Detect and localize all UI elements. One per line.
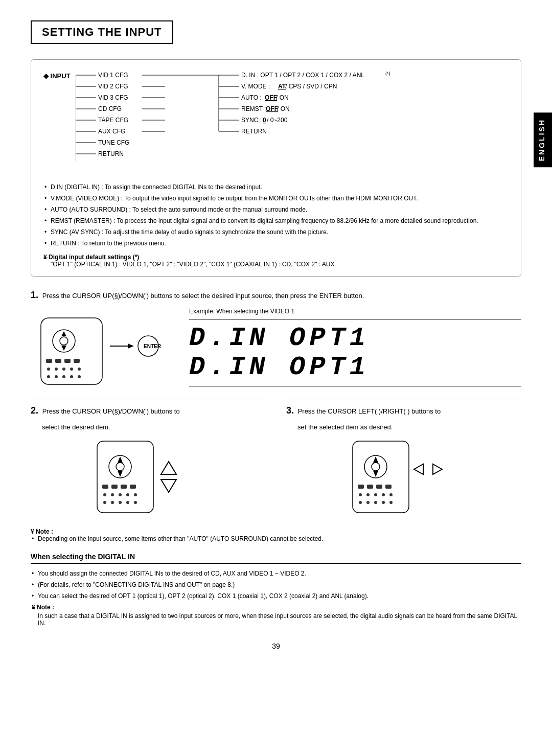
when-section-title: When selecting the DIGITAL IN [31, 553, 521, 564]
svg-text:D. IN  : OPT 1 / OPT 2 / COX 1: D. IN : OPT 1 / OPT 2 / COX 1 / COX 2 / … [241, 72, 364, 79]
when-note-text: In such a case that a DIGITAL IN is assi… [31, 612, 521, 627]
step3-description: Press the CURSOR LEFT( )/RIGHT( ) button… [298, 407, 441, 415]
svg-point-91 [372, 463, 380, 471]
step1-section: 1. Press the CURSOR UP(§)/DOWN(') button… [31, 288, 521, 390]
remote3-svg [348, 436, 460, 518]
svg-point-106 [382, 501, 385, 504]
svg-text:REMST :: REMST : [241, 105, 266, 112]
note-return: RETURN : To return to the previous menu. [43, 239, 509, 248]
svg-text:0: 0 [263, 117, 266, 124]
svg-point-61 [62, 375, 65, 378]
svg-marker-93 [373, 471, 378, 477]
svg-text:OFF: OFF [265, 94, 277, 101]
svg-text:AUTO  :: AUTO : [241, 94, 262, 101]
step3-col: 3. Press the CURSOR LEFT( )/RIGHT( ) but… [286, 399, 521, 518]
svg-point-85 [126, 501, 129, 504]
page-number: 39 [31, 642, 521, 650]
side-tab: ENGLISH [534, 112, 552, 167]
svg-point-54 [47, 368, 50, 371]
svg-point-77 [103, 493, 106, 496]
svg-rect-45 [41, 318, 102, 384]
svg-marker-49 [61, 346, 66, 351]
svg-point-100 [374, 493, 377, 496]
remote-control-svg: ENTER [36, 308, 169, 390]
note-din: D.IN (DIGITAL IN) : To assign the connec… [43, 182, 509, 192]
svg-rect-96 [376, 485, 382, 489]
svg-point-59 [47, 375, 50, 378]
page-title: SETTING THE INPUT [31, 20, 173, 44]
step3-image [286, 436, 521, 518]
svg-point-86 [134, 501, 137, 504]
step1-text: 1. Press the CURSOR UP(§)/DOWN(') button… [31, 288, 521, 303]
svg-text:/ ON: / ON [277, 105, 290, 112]
svg-point-47 [60, 337, 68, 345]
svg-point-82 [103, 501, 106, 504]
svg-rect-74 [111, 485, 118, 489]
step2-text: 2. Press the CURSOR UP(§)/DOWN(') button… [31, 403, 266, 418]
svg-point-63 [78, 375, 81, 378]
note-title: ¥ Note : [31, 528, 521, 535]
when-note-title: ¥ Note : [31, 604, 521, 611]
svg-point-60 [55, 375, 58, 378]
svg-point-56 [62, 368, 65, 371]
svg-marker-48 [61, 331, 66, 336]
svg-point-83 [111, 501, 114, 504]
display-example: Example: When selecting the VIDEO 1 D.IN… [189, 308, 521, 386]
svg-point-102 [389, 493, 393, 496]
step2-number: 2. [31, 405, 38, 416]
svg-text:/ 0~200: / 0~200 [267, 117, 288, 124]
svg-point-57 [70, 368, 73, 371]
svg-rect-97 [385, 485, 392, 489]
svg-point-99 [366, 493, 370, 496]
step1-row: ENTER Example: When selecting the VIDEO … [31, 308, 521, 390]
step2-text2: select the desired item. [31, 423, 266, 431]
note-remst: REMST (REMASTER) : To process the input … [43, 216, 509, 225]
svg-rect-53 [74, 359, 80, 363]
svg-text:RETURN: RETURN [241, 128, 267, 135]
example-label: Example: When selecting the VIDEO 1 [189, 308, 521, 315]
step1-image: ENTER [31, 308, 174, 390]
step3-text2: set the selected item as desired. [286, 423, 521, 431]
svg-point-70 [116, 463, 124, 471]
when-section-bullets: You should assign the connected DIGITAL … [31, 569, 521, 601]
svg-text:RETURN: RETURN [98, 150, 124, 157]
svg-point-103 [359, 501, 362, 504]
step2-description: Press the CURSOR UP(§)/DOWN(') buttons t… [42, 407, 180, 415]
svg-marker-71 [118, 456, 123, 463]
input-label: ◆ INPUT [43, 72, 71, 80]
note-sync: SYNC (AV SYNC) : To adjust the time dela… [43, 227, 509, 237]
svg-text:(*): (*) [385, 71, 390, 76]
svg-rect-76 [130, 485, 136, 489]
svg-rect-51 [55, 359, 61, 363]
svg-point-62 [70, 375, 73, 378]
note-vmode: V.MODE (VIDEO MODE) : To output the vide… [43, 194, 509, 203]
svg-rect-75 [121, 485, 127, 489]
step1-number: 1. [31, 290, 38, 300]
svg-point-101 [382, 493, 385, 496]
svg-text:ENTER: ENTER [144, 343, 162, 349]
svg-text:OFF: OFF [266, 105, 278, 112]
svg-text:TAPE  CFG: TAPE CFG [98, 117, 128, 124]
svg-marker-88 [161, 479, 176, 492]
svg-point-98 [359, 493, 362, 496]
input-tree-diagram: VID 1 CFG VID 2 CFG VID 3 CFG CD CFG TAP… [76, 70, 459, 177]
svg-marker-92 [373, 456, 378, 463]
svg-text:SYNC  :: SYNC : [241, 117, 262, 124]
svg-rect-94 [358, 485, 364, 489]
note-section: ¥ Note : Depending on the input source, … [31, 528, 521, 542]
svg-marker-72 [118, 471, 123, 477]
when-bullet-3: You can select the desired of OPT 1 (opt… [31, 591, 521, 601]
step2-image [31, 436, 266, 518]
svg-text:VID 3  CFG: VID 3 CFG [98, 94, 128, 101]
svg-point-58 [78, 368, 81, 371]
note-auto: AUTO (AUTO SURROUND) : To select the aut… [43, 205, 509, 214]
svg-text:VID 2  CFG: VID 2 CFG [98, 83, 128, 90]
when-bullet-2: (For details, refer to "CONNECTING DIGIT… [31, 580, 521, 589]
svg-text:VID 1  CFG: VID 1 CFG [98, 72, 128, 79]
svg-marker-87 [161, 462, 176, 474]
svg-text:/ CPS / SVD / CPN: / CPS / SVD / CPN [285, 83, 337, 90]
svg-point-55 [55, 368, 58, 371]
svg-rect-95 [367, 485, 373, 489]
remote2-svg [92, 436, 204, 518]
steps-2-3-row: 2. Press the CURSOR UP(§)/DOWN(') button… [31, 399, 521, 518]
